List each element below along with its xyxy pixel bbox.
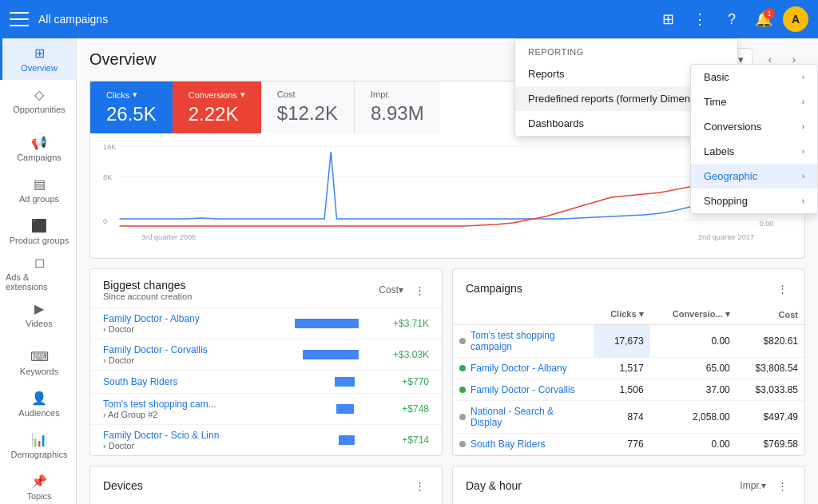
help-icon[interactable]: ? [719, 6, 745, 32]
opportunities-icon: ◇ [34, 87, 44, 102]
submenu-item-shopping[interactable]: Shopping › [691, 189, 817, 213]
devices-title: Devices [103, 479, 410, 492]
camp-clicks-1: 1,517 [594, 358, 650, 379]
sidebar-item-adgroups[interactable]: ▤ Ad groups [0, 169, 76, 211]
labels-arrow-icon: › [802, 147, 804, 156]
productgroups-icon: ⬛ [31, 218, 47, 233]
camp-conv-3: 2,058.00 [650, 401, 737, 434]
stat-conversions-value: 2.22K [189, 103, 245, 125]
devices-header: Devices ⋮ [90, 466, 442, 502]
sidebar-item-audiences[interactable]: 👤 Audiences [0, 383, 76, 425]
stat-conversions-label: Conversions ▾ [189, 89, 245, 100]
camp-dot-0 [459, 338, 466, 344]
biggest-changes-titles: Biggest changes Since account creation [103, 279, 379, 301]
notification-icon[interactable]: 🔔 1 [751, 6, 776, 32]
camp-name-3[interactable]: National - Search & Display [459, 406, 587, 428]
camp-conv-2: 37.00 [650, 379, 737, 401]
campaigns-icon: 📢 [31, 135, 47, 150]
submenu-item-conversions[interactable]: Conversions › [691, 114, 817, 139]
table-row: Tom's test shopping campaign 17,673 0.00… [453, 325, 804, 358]
stat-clicks[interactable]: Clicks ▾ 26.5K [90, 81, 173, 133]
keywords-icon: ⌨ [30, 349, 49, 364]
table-row: Family Doctor - Corvallis 1,506 37.00 $3… [453, 379, 804, 401]
camp-clicks-0: 17,673 [594, 325, 650, 358]
overview-chart: 16K 8K 0 1.7K 850.00 0.00 [103, 140, 792, 252]
stat-impr-label: Impr. [371, 89, 424, 99]
avatar[interactable]: A [783, 6, 808, 32]
table-row: Family Doctor - Albany › Doctor +$3.71K [90, 308, 442, 339]
stat-cost[interactable]: Cost $12.2K [261, 81, 355, 133]
sidebar-label-topics: Topics [26, 491, 51, 501]
more-icon[interactable]: ⋮ [687, 6, 713, 32]
biggest-changes-card: Biggest changes Since account creation C… [89, 268, 443, 456]
change-bar-area [287, 375, 375, 388]
sidebar-item-keywords[interactable]: ⌨ Keywords [0, 342, 76, 383]
geographic-arrow-icon: › [802, 172, 804, 181]
sidebar-item-topics[interactable]: 📌 Topics [0, 466, 76, 504]
sidebar: ⊞ Overview ◇ Opportunities 📢 Campaigns ▤… [0, 38, 77, 504]
predefined-submenu: Basic › Time › Conversions › Labels › Ge… [690, 64, 818, 214]
biggest-changes-subtitle: Since account creation [103, 292, 379, 301]
campaigns-body: Tom's test shopping campaign 17,673 0.00… [453, 325, 804, 455]
change-bar-area [287, 403, 375, 415]
time-arrow-icon: › [802, 97, 804, 106]
camp-name-1[interactable]: Family Doctor - Albany [459, 363, 587, 374]
submenu-item-basic[interactable]: Basic › [691, 65, 817, 89]
biggest-changes-filter[interactable]: Cost ▾ [379, 284, 403, 296]
table-row: South Bay Riders 776 0.00 $769.58 [453, 434, 804, 455]
conversions-dropdown-icon: ▾ [240, 89, 245, 100]
change-name[interactable]: South Bay Riders [103, 376, 280, 387]
submenu-item-labels[interactable]: Labels › [691, 139, 817, 164]
col-campaign [453, 304, 594, 325]
grid-icon[interactable]: ⊞ [655, 6, 681, 32]
campaigns-header: Campaigns ⋮ [453, 269, 804, 304]
camp-cost-0: $820.61 [737, 325, 804, 358]
sidebar-label-adgroups: Ad groups [19, 194, 59, 204]
impr-dropdown-icon: ▾ [761, 480, 766, 491]
sidebar-label-audiences: Audiences [18, 408, 59, 418]
sidebar-label-overview: Overview [21, 63, 58, 73]
sidebar-item-demographics[interactable]: 📊 Demographics [0, 425, 76, 466]
sidebar-item-campaigns[interactable]: 📢 Campaigns [0, 128, 76, 169]
campaigns-menu[interactable]: ⋮ [772, 279, 792, 298]
filter-dropdown-icon: ▾ [399, 284, 403, 296]
camp-dot-4 [459, 441, 466, 447]
submenu-item-time[interactable]: Time › [691, 89, 817, 114]
change-bar [303, 350, 359, 359]
sidebar-item-ads[interactable]: ◻ Ads & extensions [0, 252, 76, 294]
campaigns-title: Campaigns [466, 282, 772, 295]
camp-dot-2 [459, 387, 466, 393]
top-bar: All campaigns ⊞ ⋮ ? 🔔 1 A [0, 0, 818, 38]
submenu-item-geographic[interactable]: Geographic › [691, 164, 817, 189]
camp-cost-3: $497.49 [737, 401, 804, 434]
col-conversions[interactable]: Conversio... ▾ [650, 304, 737, 325]
stat-impr[interactable]: Impr. 8.93M [355, 81, 440, 133]
change-name[interactable]: Family Doctor - Scio & Linn › Doctor [103, 430, 280, 450]
change-value: +$748 [381, 403, 429, 415]
sidebar-item-productgroups[interactable]: ⬛ Product groups [0, 211, 76, 252]
sidebar-item-videos[interactable]: ▶ Videos [0, 294, 76, 335]
stat-conversions[interactable]: Conversions ▾ 2.22K [173, 81, 261, 133]
day-hour-impr[interactable]: Impr. ▾ [740, 480, 766, 491]
camp-name-2[interactable]: Family Doctor - Corvallis [459, 384, 587, 395]
devices-menu[interactable]: ⋮ [410, 476, 429, 495]
col-cost[interactable]: Cost [737, 304, 804, 325]
col-clicks[interactable]: Clicks ▾ [594, 304, 650, 325]
change-name[interactable]: Family Doctor - Corvallis › Doctor [103, 344, 280, 365]
stat-cost-label: Cost [277, 89, 338, 99]
table-row: Family Doctor - Corvallis › Doctor +$3.0… [90, 339, 442, 370]
sidebar-item-overview[interactable]: ⊞ Overview [0, 38, 76, 80]
camp-name-0[interactable]: Tom's test shopping campaign [459, 330, 587, 352]
change-value: +$3.71K [381, 318, 429, 329]
camp-clicks-3: 874 [594, 401, 650, 434]
conversions-arrow-icon: › [802, 122, 804, 131]
biggest-changes-menu[interactable]: ⋮ [410, 280, 429, 300]
camp-name-4[interactable]: South Bay Riders [459, 439, 587, 450]
menu-icon[interactable] [10, 10, 29, 29]
sidebar-item-opportunities[interactable]: ◇ Opportunities [0, 80, 76, 121]
change-name[interactable]: Family Doctor - Albany › Doctor [103, 313, 280, 334]
app-title: All campaigns [38, 13, 655, 26]
change-name[interactable]: Tom's test shopping cam... › Ad Group #2 [103, 399, 280, 419]
change-value: +$714 [381, 435, 429, 446]
day-hour-menu[interactable]: ⋮ [772, 476, 792, 495]
